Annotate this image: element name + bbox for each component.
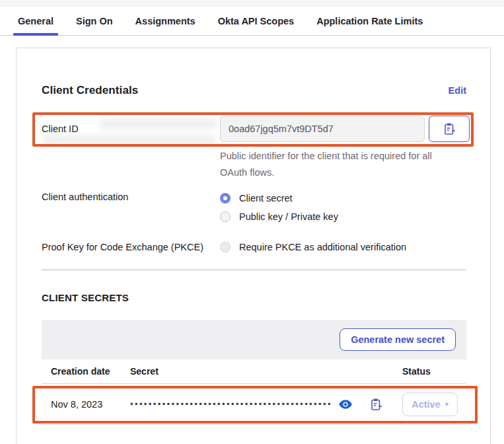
radio-public-private-key-label: Public key / Private key [239, 211, 338, 222]
tab-assignments[interactable]: Assignments [135, 7, 196, 35]
client-id-row: Client ID [42, 116, 466, 142]
clipboard-copy-icon [369, 398, 382, 411]
section-divider [42, 270, 466, 270]
top-strip [0, 0, 504, 7]
tab-general[interactable]: General [18, 7, 54, 35]
section-title: Client Credentials [42, 84, 138, 97]
tab-application-rate-limits[interactable]: Application Rate Limits [316, 7, 423, 35]
client-authentication-label: Client authentication [42, 192, 220, 223]
copy-client-id-button[interactable] [429, 116, 470, 142]
header-status: Status [402, 366, 466, 377]
eye-icon [339, 400, 352, 409]
header-creation-date: Creation date [42, 366, 130, 377]
caret-down-icon: ▾ [445, 401, 449, 408]
client-authentication-options: Client secret Public key / Private key [220, 192, 338, 223]
client-secrets-title: CLIENT SECRETS [42, 292, 466, 303]
edit-link[interactable]: Edit [449, 85, 466, 96]
status-cell: Active ▾ [402, 392, 466, 416]
radio-client-secret-label: Client secret [239, 193, 293, 204]
tab-bar: General Sign On Assignments Okta API Sco… [0, 7, 504, 36]
client-id-label: Client ID [42, 124, 220, 134]
masked-secret-value: ••••••••••••••••••••••••••••••••••••••••… [130, 399, 332, 409]
copy-secret-button[interactable] [369, 398, 382, 411]
client-authentication-row: Client authentication Client secret Publ… [42, 192, 466, 223]
secrets-table-header: Creation date Secret Status [42, 359, 466, 384]
pkce-option-label: Require PKCE as additional verification [239, 242, 406, 252]
reveal-secret-button[interactable] [339, 400, 352, 409]
client-secrets-toolbar: Generate new secret [42, 320, 466, 359]
client-credentials-card: Client Credentials Edit Client ID [16, 48, 491, 444]
checkbox-unchecked-icon[interactable] [220, 242, 231, 252]
tab-okta-api-scopes[interactable]: Okta API Scopes [218, 7, 295, 35]
client-id-help-text: Public identifier for the client that is… [220, 148, 441, 181]
app-screen: General Sign On Assignments Okta API Sco… [0, 0, 504, 444]
radio-unselected-icon[interactable] [220, 211, 231, 222]
tab-sign-on[interactable]: Sign On [76, 7, 113, 35]
clipboard-copy-icon [443, 122, 456, 135]
secret-creation-date: Nov 8, 2023 [42, 399, 130, 410]
pkce-label: Proof Key for Code Exchange (PKCE) [42, 242, 220, 252]
header-secret: Secret [130, 366, 402, 377]
status-dropdown-button[interactable]: Active ▾ [402, 392, 458, 416]
radio-selected-icon[interactable] [220, 193, 231, 204]
generate-new-secret-button[interactable]: Generate new secret [340, 328, 456, 351]
status-label: Active [412, 399, 441, 410]
secret-cell: ••••••••••••••••••••••••••••••••••••••••… [130, 398, 402, 411]
client-id-input-group [220, 116, 470, 142]
pkce-checkbox-option[interactable]: Require PKCE as additional verification [220, 240, 406, 254]
client-id-input[interactable] [220, 116, 425, 142]
credentials-header: Client Credentials Edit [42, 84, 466, 97]
secret-table-row: Nov 8, 2023 ••••••••••••••••••••••••••••… [42, 384, 466, 425]
radio-public-private-key[interactable]: Public key / Private key [220, 210, 338, 223]
radio-client-secret[interactable]: Client secret [220, 192, 338, 205]
pkce-row: Proof Key for Code Exchange (PKCE) Requi… [42, 240, 466, 254]
